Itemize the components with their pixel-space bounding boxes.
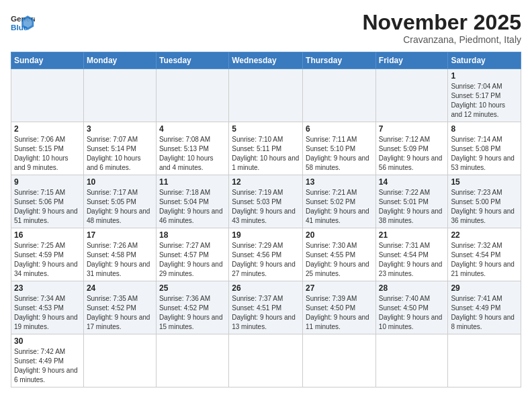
day-number: 15 [451, 177, 518, 187]
calendar-cell: 16Sunrise: 7:25 AM Sunset: 4:59 PM Dayli… [11, 228, 84, 281]
day-number: 23 [14, 283, 81, 293]
header-sunday: Sunday [11, 52, 84, 69]
calendar-cell: 15Sunrise: 7:23 AM Sunset: 5:00 PM Dayli… [448, 175, 521, 228]
calendar-header-row: SundayMondayTuesdayWednesdayThursdayFrid… [11, 52, 521, 69]
calendar-cell: 2Sunrise: 7:06 AM Sunset: 5:15 PM Daylig… [11, 122, 84, 175]
day-number: 21 [379, 230, 445, 240]
calendar-cell: 1Sunrise: 7:04 AM Sunset: 5:17 PM Daylig… [448, 69, 521, 122]
calendar-cell: 23Sunrise: 7:34 AM Sunset: 4:53 PM Dayli… [11, 281, 84, 334]
day-number: 29 [451, 283, 518, 293]
day-info: Sunrise: 7:22 AM Sunset: 5:01 PM Dayligh… [379, 188, 445, 226]
day-number: 7 [379, 124, 445, 134]
day-info: Sunrise: 7:12 AM Sunset: 5:09 PM Dayligh… [379, 135, 445, 173]
day-number: 6 [306, 124, 373, 134]
calendar-cell: 12Sunrise: 7:19 AM Sunset: 5:03 PM Dayli… [229, 175, 303, 228]
day-number: 27 [306, 283, 373, 293]
header-friday: Friday [375, 52, 448, 69]
day-number: 16 [14, 230, 81, 240]
day-info: Sunrise: 7:29 AM Sunset: 4:56 PM Dayligh… [232, 241, 300, 279]
calendar-cell [229, 334, 303, 387]
calendar-cell: 21Sunrise: 7:31 AM Sunset: 4:54 PM Dayli… [375, 228, 448, 281]
header-thursday: Thursday [303, 52, 376, 69]
title-area: November 2025 Cravanzana, Piedmont, Ital… [362, 11, 521, 45]
calendar-cell [156, 69, 228, 122]
location-subtitle: Cravanzana, Piedmont, Italy [362, 34, 521, 45]
day-number: 11 [159, 177, 226, 187]
day-number: 20 [306, 230, 373, 240]
day-number: 17 [87, 230, 153, 240]
day-number: 26 [232, 283, 300, 293]
day-info: Sunrise: 7:07 AM Sunset: 5:14 PM Dayligh… [87, 135, 153, 173]
day-number: 14 [379, 177, 445, 187]
calendar-week-row: 30Sunrise: 7:42 AM Sunset: 4:49 PM Dayli… [11, 334, 521, 387]
day-info: Sunrise: 7:41 AM Sunset: 4:49 PM Dayligh… [451, 294, 518, 332]
calendar-cell: 27Sunrise: 7:39 AM Sunset: 4:50 PM Dayli… [303, 281, 376, 334]
calendar-week-row: 2Sunrise: 7:06 AM Sunset: 5:15 PM Daylig… [11, 122, 521, 175]
day-info: Sunrise: 7:42 AM Sunset: 4:49 PM Dayligh… [14, 347, 81, 385]
calendar-cell [83, 69, 156, 122]
calendar-week-row: 1Sunrise: 7:04 AM Sunset: 5:17 PM Daylig… [11, 69, 521, 122]
day-info: Sunrise: 7:37 AM Sunset: 4:51 PM Dayligh… [232, 294, 300, 332]
day-info: Sunrise: 7:34 AM Sunset: 4:53 PM Dayligh… [14, 294, 81, 332]
day-info: Sunrise: 7:17 AM Sunset: 5:05 PM Dayligh… [87, 188, 153, 226]
day-info: Sunrise: 7:23 AM Sunset: 5:00 PM Dayligh… [451, 188, 518, 226]
day-info: Sunrise: 7:21 AM Sunset: 5:02 PM Dayligh… [306, 188, 373, 226]
day-number: 13 [306, 177, 373, 187]
day-number: 8 [451, 124, 518, 134]
calendar-table: SundayMondayTuesdayWednesdayThursdayFrid… [11, 52, 521, 387]
day-number: 12 [232, 177, 300, 187]
header-monday: Monday [83, 52, 156, 69]
calendar-cell: 6Sunrise: 7:11 AM Sunset: 5:10 PM Daylig… [303, 122, 376, 175]
calendar-cell: 8Sunrise: 7:14 AM Sunset: 5:08 PM Daylig… [448, 122, 521, 175]
calendar-cell [156, 334, 228, 387]
day-info: Sunrise: 7:39 AM Sunset: 4:50 PM Dayligh… [306, 294, 373, 332]
calendar-cell: 20Sunrise: 7:30 AM Sunset: 4:55 PM Dayli… [303, 228, 376, 281]
day-number: 1 [451, 71, 518, 81]
day-number: 3 [87, 124, 153, 134]
calendar-cell: 25Sunrise: 7:36 AM Sunset: 4:52 PM Dayli… [156, 281, 228, 334]
day-info: Sunrise: 7:25 AM Sunset: 4:59 PM Dayligh… [14, 241, 81, 279]
day-number: 10 [87, 177, 153, 187]
day-info: Sunrise: 7:15 AM Sunset: 5:06 PM Dayligh… [14, 188, 81, 226]
calendar-week-row: 9Sunrise: 7:15 AM Sunset: 5:06 PM Daylig… [11, 175, 521, 228]
day-number: 9 [14, 177, 81, 187]
calendar-cell: 14Sunrise: 7:22 AM Sunset: 5:01 PM Dayli… [375, 175, 448, 228]
calendar-cell: 17Sunrise: 7:26 AM Sunset: 4:58 PM Dayli… [83, 228, 156, 281]
day-info: Sunrise: 7:26 AM Sunset: 4:58 PM Dayligh… [87, 241, 153, 279]
day-info: Sunrise: 7:30 AM Sunset: 4:55 PM Dayligh… [306, 241, 373, 279]
day-info: Sunrise: 7:35 AM Sunset: 4:52 PM Dayligh… [87, 294, 153, 332]
calendar-cell: 18Sunrise: 7:27 AM Sunset: 4:57 PM Dayli… [156, 228, 228, 281]
day-number: 5 [232, 124, 300, 134]
logo: General Blue [11, 11, 35, 35]
header-wednesday: Wednesday [229, 52, 303, 69]
header-saturday: Saturday [448, 52, 521, 69]
calendar-cell: 24Sunrise: 7:35 AM Sunset: 4:52 PM Dayli… [83, 281, 156, 334]
day-info: Sunrise: 7:04 AM Sunset: 5:17 PM Dayligh… [451, 82, 518, 120]
day-number: 25 [159, 283, 226, 293]
calendar-cell [229, 69, 303, 122]
day-number: 2 [14, 124, 81, 134]
day-info: Sunrise: 7:14 AM Sunset: 5:08 PM Dayligh… [451, 135, 518, 173]
calendar-cell [83, 334, 156, 387]
day-info: Sunrise: 7:40 AM Sunset: 4:50 PM Dayligh… [379, 294, 445, 332]
calendar-cell: 22Sunrise: 7:32 AM Sunset: 4:54 PM Dayli… [448, 228, 521, 281]
day-number: 28 [379, 283, 445, 293]
calendar-cell: 3Sunrise: 7:07 AM Sunset: 5:14 PM Daylig… [83, 122, 156, 175]
month-title: November 2025 [362, 11, 521, 34]
calendar-cell: 28Sunrise: 7:40 AM Sunset: 4:50 PM Dayli… [375, 281, 448, 334]
day-info: Sunrise: 7:36 AM Sunset: 4:52 PM Dayligh… [159, 294, 226, 332]
day-info: Sunrise: 7:06 AM Sunset: 5:15 PM Dayligh… [14, 135, 81, 173]
calendar-cell: 5Sunrise: 7:10 AM Sunset: 5:11 PM Daylig… [229, 122, 303, 175]
calendar-cell: 7Sunrise: 7:12 AM Sunset: 5:09 PM Daylig… [375, 122, 448, 175]
day-number: 24 [87, 283, 153, 293]
day-info: Sunrise: 7:08 AM Sunset: 5:13 PM Dayligh… [159, 135, 226, 173]
calendar-cell [11, 69, 84, 122]
calendar-cell: 29Sunrise: 7:41 AM Sunset: 4:49 PM Dayli… [448, 281, 521, 334]
calendar-cell: 26Sunrise: 7:37 AM Sunset: 4:51 PM Dayli… [229, 281, 303, 334]
day-info: Sunrise: 7:10 AM Sunset: 5:11 PM Dayligh… [232, 135, 300, 173]
calendar-cell: 19Sunrise: 7:29 AM Sunset: 4:56 PM Dayli… [229, 228, 303, 281]
day-number: 18 [159, 230, 226, 240]
calendar-week-row: 16Sunrise: 7:25 AM Sunset: 4:59 PM Dayli… [11, 228, 521, 281]
calendar-week-row: 23Sunrise: 7:34 AM Sunset: 4:53 PM Dayli… [11, 281, 521, 334]
calendar-cell: 9Sunrise: 7:15 AM Sunset: 5:06 PM Daylig… [11, 175, 84, 228]
